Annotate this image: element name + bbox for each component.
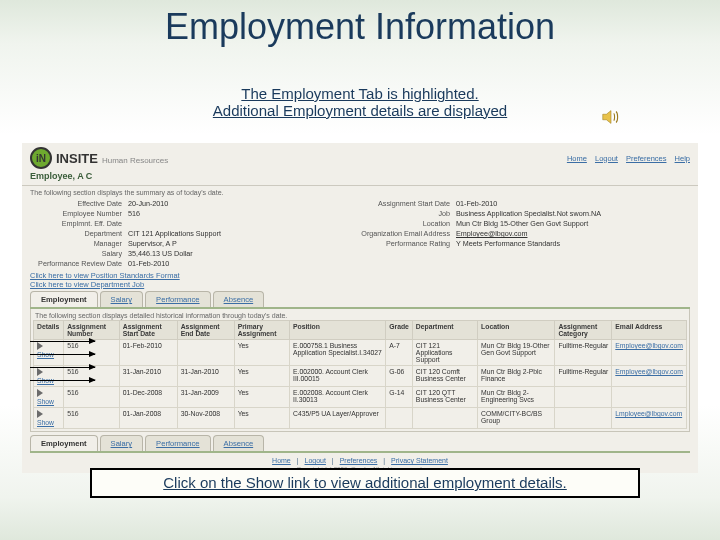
logo-subtitle: Human Resources: [102, 156, 168, 165]
footer-logout[interactable]: Logout: [304, 457, 325, 464]
table-row: Show51601-Jan-200830-Nov-2008YesC435/P5 …: [34, 408, 687, 429]
slide-root: Employment Information The Employment Ta…: [0, 0, 720, 540]
col-dept: Department: [412, 321, 477, 340]
department-job-link[interactable]: Click here to view Department Job: [30, 280, 690, 289]
bottom-caption: Click on the Show link to view additiona…: [90, 468, 640, 498]
row-email-link[interactable]: Employee@lbgov.com: [612, 366, 687, 387]
col-position: Position: [290, 321, 386, 340]
tab-strip-bottom: Employment Salary Performance Absence: [30, 435, 690, 453]
speaker-icon: [600, 106, 622, 128]
subtitle-line2: Additional Employment details are displa…: [213, 102, 507, 119]
summary-col-right: Assignment Start Date01-Feb-2010 JobBusi…: [360, 199, 688, 269]
tab-strip-top: Employment Salary Performance Absence: [30, 291, 690, 309]
col-email: Email Address: [612, 321, 687, 340]
position-standards-link[interactable]: Click here to view Position Standards Fo…: [30, 271, 690, 280]
tab-employment-bottom[interactable]: Employment: [30, 435, 98, 451]
tab-performance[interactable]: Performance: [145, 291, 210, 307]
col-assign-num: Assignment Number: [64, 321, 120, 340]
summary-links: Click here to view Position Standards Fo…: [22, 271, 698, 289]
app-header: iN INSITE Human Resources Home Logout Pr…: [22, 143, 698, 169]
val: 20-Jun-2010: [128, 199, 168, 208]
lbl: Effective Date: [32, 199, 128, 208]
col-assign-start: Assignment Start Date: [119, 321, 177, 340]
tab-absence[interactable]: Absence: [213, 291, 265, 307]
slide-title: Employment Information: [0, 6, 720, 48]
header-link-help[interactable]: Help: [675, 154, 690, 163]
employment-table: Details Assignment Number Assignment Sta…: [33, 320, 687, 429]
summary-col-left: Effective Date20-Jun-2010 Employee Numbe…: [32, 199, 360, 269]
table-row: Show51601-Feb-2010YesE.000758.1 Business…: [34, 340, 687, 366]
footer-preferences[interactable]: Preferences: [340, 457, 378, 464]
row-email-link[interactable]: [612, 387, 687, 408]
callout-arrows: [30, 341, 95, 393]
expand-icon: [37, 410, 43, 418]
slide-subtitle: The Employment Tab is highlighted. Addit…: [120, 86, 600, 119]
tab-performance-bottom[interactable]: Performance: [145, 435, 210, 451]
header-link-home[interactable]: Home: [567, 154, 587, 163]
row-email-link[interactable]: Lmployee@lbgov.com: [612, 408, 687, 429]
tab-salary[interactable]: Salary: [100, 291, 144, 307]
footer-links: Home | Logout | Preferences | Privacy St…: [22, 453, 698, 465]
section-note-top: The following section displays the summa…: [22, 188, 698, 197]
tab-salary-bottom[interactable]: Salary: [100, 435, 144, 451]
header-link-preferences[interactable]: Preferences: [626, 154, 666, 163]
subtitle-line1: The Employment Tab is highlighted.: [241, 85, 478, 102]
arrow-icon: [30, 367, 95, 368]
col-grade: Grade: [386, 321, 413, 340]
col-primary: Primary Assignment: [234, 321, 289, 340]
arrow-icon: [30, 341, 95, 342]
col-details: Details: [34, 321, 64, 340]
tab-employment[interactable]: Employment: [30, 291, 98, 307]
arrow-icon: [30, 354, 95, 355]
header-links: Home Logout Preferences Help: [561, 154, 690, 163]
show-link[interactable]: Show: [34, 408, 64, 429]
employment-panel: The following section displays detailed …: [30, 309, 690, 432]
header-link-logout[interactable]: Logout: [595, 154, 618, 163]
insite-app-screenshot: iN INSITE Human Resources Home Logout Pr…: [22, 143, 698, 473]
footer-privacy[interactable]: Privacy Statement: [391, 457, 448, 464]
section-note-mid: The following section displays detailed …: [33, 311, 687, 320]
org-email-link[interactable]: Employee@lbgov.com: [456, 229, 527, 238]
employee-name: Employee, A C: [22, 169, 698, 183]
footer-home[interactable]: Home: [272, 457, 291, 464]
col-location: Location: [478, 321, 555, 340]
table-row: Show51631-Jan-201031-Jan-2010YesE.002000…: [34, 366, 687, 387]
col-assign-end: Assignment End Date: [177, 321, 234, 340]
arrow-icon: [30, 380, 95, 381]
logo-text: INSITE: [56, 151, 98, 166]
bottom-caption-text: Click on the Show link to view additiona…: [163, 474, 567, 491]
row-email-link[interactable]: Employee@lbgov.com: [612, 340, 687, 366]
summary-panel: Effective Date20-Jun-2010 Employee Numbe…: [22, 197, 698, 271]
divider: [22, 185, 698, 186]
table-row: Show51601-Dec-200831-Jan-2009YesE.002008…: [34, 387, 687, 408]
col-category: Assignment Category: [555, 321, 612, 340]
tab-absence-bottom[interactable]: Absence: [213, 435, 265, 451]
logo-icon: iN: [30, 147, 52, 169]
